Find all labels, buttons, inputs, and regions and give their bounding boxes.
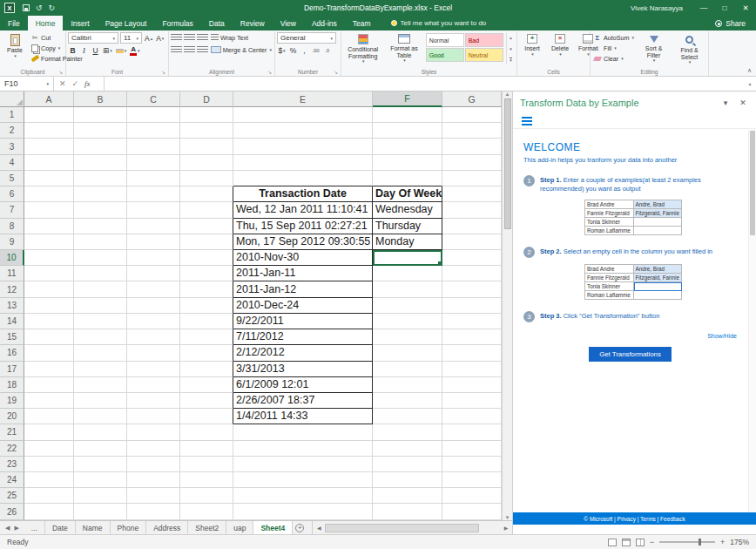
cell-D18[interactable]: [180, 377, 233, 393]
cell-C11[interactable]: [127, 266, 180, 281]
cell-C24[interactable]: [127, 472, 180, 488]
cell-B4[interactable]: [74, 155, 127, 171]
gallery-up-icon[interactable]: ▴: [510, 35, 512, 40]
cell-G3[interactable]: [442, 139, 502, 154]
cell-D5[interactable]: [180, 171, 233, 186]
cell-A13[interactable]: [24, 298, 74, 314]
row-header-24[interactable]: 24: [0, 472, 24, 488]
cell-E16[interactable]: 2/12/2012: [233, 345, 373, 361]
cell-C26[interactable]: [127, 504, 180, 519]
cell-B21[interactable]: [74, 424, 127, 440]
cell-C7[interactable]: [127, 202, 180, 218]
cell-E9[interactable]: Mon, 17 Sep 2012 09:30:55: [233, 234, 373, 250]
cell-D2[interactable]: [180, 123, 233, 139]
cell-A20[interactable]: [24, 409, 74, 424]
select-all-corner[interactable]: [0, 92, 24, 107]
cell-C25[interactable]: [127, 488, 180, 504]
fill-button[interactable]: ↓Fill▾: [592, 43, 635, 53]
row-header-8[interactable]: 8: [0, 219, 24, 234]
cell-E8[interactable]: Thu, 15 Sep 2011 02:27:21: [233, 219, 373, 234]
cell-B2[interactable]: [74, 123, 127, 139]
cell-C19[interactable]: [127, 393, 180, 409]
cell-style-neutral[interactable]: Neutral: [465, 48, 503, 62]
zoom-in-icon[interactable]: +: [720, 538, 725, 546]
cell-G2[interactable]: [442, 123, 502, 139]
cell-B18[interactable]: [74, 377, 127, 393]
cell-C17[interactable]: [127, 362, 180, 377]
cell-G4[interactable]: [442, 155, 502, 171]
cell-E3[interactable]: [233, 139, 373, 154]
cell-D12[interactable]: [180, 281, 233, 297]
cell-F14[interactable]: [373, 314, 442, 329]
cell-F11[interactable]: [373, 266, 442, 281]
shrink-font-button[interactable]: A▾: [155, 33, 165, 44]
cell-A15[interactable]: [24, 329, 74, 345]
cell-D13[interactable]: [180, 298, 233, 314]
cell-A6[interactable]: [24, 186, 74, 202]
cell-E26[interactable]: [233, 504, 373, 519]
bold-button[interactable]: B: [68, 45, 78, 56]
cell-style-bad[interactable]: Bad: [465, 33, 503, 47]
cell-G21[interactable]: [442, 424, 502, 440]
cell-E19[interactable]: 2/26/2007 18:37: [233, 393, 373, 409]
cell-F21[interactable]: [373, 424, 442, 440]
cell-E11[interactable]: 2011-Jan-11: [233, 266, 373, 281]
cell-C23[interactable]: [127, 457, 180, 472]
new-sheet-button[interactable]: +: [293, 521, 307, 534]
font-dialog-launcher-icon[interactable]: ↘: [161, 69, 165, 75]
row-header-23[interactable]: 23: [0, 457, 24, 472]
cell-B25[interactable]: [74, 488, 127, 504]
cell-D21[interactable]: [180, 424, 233, 440]
row-header-7[interactable]: 7: [0, 202, 24, 218]
cell-E25[interactable]: [233, 488, 373, 504]
row-header-21[interactable]: 21: [0, 424, 24, 440]
row-header-22[interactable]: 22: [0, 441, 24, 457]
cell-B7[interactable]: [74, 202, 127, 218]
cell-G14[interactable]: [442, 314, 502, 329]
cell-G6[interactable]: [442, 186, 502, 202]
cell-C10[interactable]: [127, 250, 180, 266]
tell-me-box[interactable]: Tell me what you want to do: [391, 16, 487, 30]
cell-B5[interactable]: [74, 171, 127, 186]
row-header-1[interactable]: 1: [0, 107, 24, 123]
cell-D11[interactable]: [180, 266, 233, 281]
cancel-formula-icon[interactable]: ✕: [59, 79, 66, 88]
cell-E20[interactable]: 1/4/2011 14:33: [233, 409, 373, 424]
cell-E24[interactable]: [233, 472, 373, 488]
cell-A22[interactable]: [24, 441, 74, 457]
cell-D26[interactable]: [180, 504, 233, 519]
accounting-format-button[interactable]: $▾: [277, 45, 287, 56]
cell-F15[interactable]: [373, 329, 442, 345]
cell-G25[interactable]: [442, 488, 502, 504]
show-hide-link[interactable]: Show/Hide: [523, 333, 737, 339]
cell-F7[interactable]: Wednesday: [373, 202, 442, 218]
cell-F3[interactable]: [373, 139, 442, 154]
cell-style-good[interactable]: Good: [426, 48, 464, 62]
cell-G17[interactable]: [442, 362, 502, 377]
save-icon[interactable]: [23, 4, 30, 11]
undo-icon[interactable]: ↺: [36, 3, 43, 12]
merge-center-button[interactable]: Merge & Center▾: [210, 44, 273, 55]
cell-B14[interactable]: [74, 314, 127, 329]
cell-C14[interactable]: [127, 314, 180, 329]
vertical-scroll-thumb[interactable]: [504, 98, 511, 229]
clipboard-dialog-launcher-icon[interactable]: ↘: [58, 69, 63, 75]
cell-F17[interactable]: [373, 362, 442, 377]
row-header-3[interactable]: 3: [0, 139, 24, 154]
tab-review[interactable]: Review: [233, 16, 273, 30]
delete-button[interactable]: ×Delete▾: [547, 32, 573, 57]
cell-B3[interactable]: [74, 139, 127, 154]
row-header-25[interactable]: 25: [0, 488, 24, 504]
align-center-icon[interactable]: [184, 46, 195, 54]
formula-bar-expand-icon[interactable]: ▾: [744, 77, 756, 91]
cell-G19[interactable]: [442, 393, 502, 409]
cell-B17[interactable]: [74, 362, 127, 377]
cell-E23[interactable]: [233, 457, 373, 472]
cell-D24[interactable]: [180, 472, 233, 488]
close-button[interactable]: ✕: [735, 0, 756, 16]
cell-D23[interactable]: [180, 457, 233, 472]
find-select-button[interactable]: Find & Select▾: [672, 32, 706, 64]
cell-G22[interactable]: [442, 441, 502, 457]
cell-D22[interactable]: [180, 441, 233, 457]
sheet-next-icon[interactable]: ▶: [14, 525, 18, 532]
